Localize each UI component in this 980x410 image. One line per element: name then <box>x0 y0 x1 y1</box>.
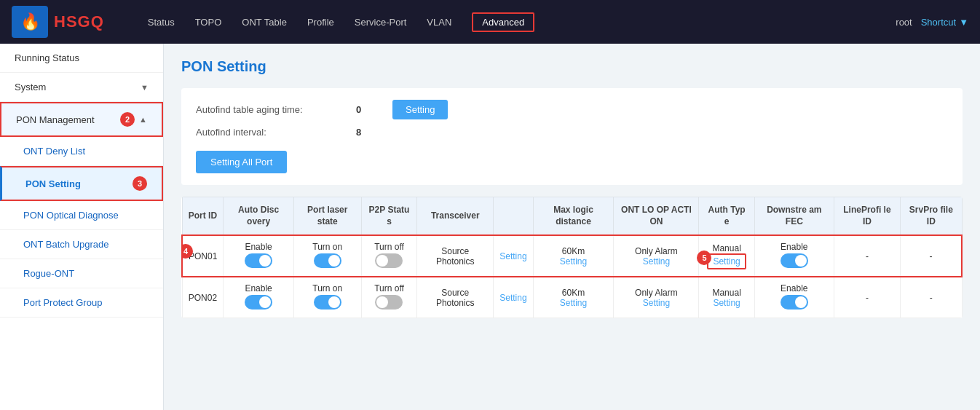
badge-2: 2 <box>120 112 135 127</box>
nav-topo[interactable]: TOPO <box>195 17 222 28</box>
sidebar-item-pon-management[interactable]: PON Management 2 ▲ <box>0 102 163 137</box>
logo-text: HSGQ <box>54 12 104 31</box>
col-auto-disc: Auto Disc overy <box>224 197 293 236</box>
cell-max-dist-pon02: 60Km Setting <box>533 277 614 318</box>
nav-advanced[interactable]: Advanced <box>472 12 534 32</box>
sidebar-item-ont-batch-upgrade[interactable]: ONT Batch Upgrade <box>0 230 163 259</box>
user-label: root <box>896 17 912 28</box>
col-p2p: P2P Statu s <box>361 197 417 236</box>
cell-auth-type: Manual 5 Setting <box>699 235 754 277</box>
transceiver-setting-link-pon01[interactable]: Setting <box>499 251 526 261</box>
col-srv-profile: SrvPro file ID <box>901 197 962 236</box>
col-downstream: Downstre am FEC <box>754 197 834 236</box>
cell-transceiver-pon02: Source Photonics <box>417 277 494 318</box>
chevron-down-icon: ▼ <box>959 17 968 28</box>
chevron-icon-pon: ▲ <box>139 115 147 124</box>
page-title: PON Setting <box>181 58 963 75</box>
table-header-row: Port ID Auto Disc overy Port laser state… <box>182 197 962 236</box>
logo-area: 🔥 HSGQ <box>12 6 104 38</box>
cell-srv-profile-pon02: - <box>901 277 962 318</box>
cell-line-profile: - <box>834 235 900 277</box>
table-row: PON02 Enable Turn on Turn off <box>182 277 962 318</box>
nav-vlan[interactable]: VLAN <box>427 17 451 28</box>
cell-p2p-pon02: Turn off <box>361 277 417 318</box>
cell-transceiver: Source Photonics <box>417 235 494 277</box>
main-content: PON Setting Autofind table aging time: 0… <box>164 44 980 410</box>
autofind-interval-value: 8 <box>356 127 378 138</box>
cell-port-id-pon02: PON02 <box>182 277 224 318</box>
auto-disc-toggle-pon02[interactable] <box>245 295 272 310</box>
sidebar-item-system[interactable]: System ▼ <box>0 73 163 102</box>
layout: Running Status System ▼ PON Management 2… <box>0 44 980 410</box>
cell-port-laser-pon02: Turn on <box>293 277 361 318</box>
cell-srv-profile: - <box>901 235 962 277</box>
sidebar-item-rogue-ont[interactable]: Rogue-ONT <box>0 259 163 288</box>
cell-loop-action-pon02: Only Alarm Setting <box>614 277 699 318</box>
sidebar-item-pon-setting[interactable]: PON Setting 3 <box>0 166 163 201</box>
col-port-id: Port ID <box>182 197 224 236</box>
sidebar-item-port-protect-group[interactable]: Port Protect Group <box>0 288 163 318</box>
autofind-aging-label: Autofind table aging time: <box>196 104 341 115</box>
port-laser-toggle-pon01[interactable] <box>314 253 341 268</box>
cell-max-dist: 60Km Setting <box>533 235 614 277</box>
cell-auth-type-pon02: Manual Setting <box>699 277 754 318</box>
logo-box: 🔥 <box>12 6 48 38</box>
auth-setting-link-pon01[interactable]: 5 Setting <box>707 253 746 269</box>
badge-4: 4 <box>181 244 193 259</box>
autofind-aging-value: 0 <box>356 104 378 115</box>
auto-disc-toggle-pon01[interactable] <box>245 253 272 268</box>
auth-setting-link-pon02[interactable]: Setting <box>705 298 748 308</box>
cell-trans-setting: Setting <box>494 235 533 277</box>
badge-5: 5 <box>697 251 711 265</box>
nav-links: Status TOPO ONT Table Profile Service-Po… <box>148 12 882 32</box>
sidebar-item-ont-deny-list[interactable]: ONT Deny List <box>0 137 163 166</box>
nav-service-port[interactable]: Service-Port <box>355 17 407 28</box>
cell-downstream: Enable <box>754 235 834 277</box>
col-loop-action: ONT LO OP ACTI ON <box>614 197 699 236</box>
logo-icon: 🔥 <box>20 12 40 31</box>
cell-auto-disc: Enable <box>224 235 293 277</box>
p2p-toggle-pon02[interactable] <box>375 295 403 310</box>
nav-status[interactable]: Status <box>148 17 175 28</box>
col-transceiver: Transceiver <box>417 197 494 236</box>
shortcut-button[interactable]: Shortcut ▼ <box>921 17 968 28</box>
downstream-toggle-pon02[interactable] <box>781 295 808 310</box>
sidebar: Running Status System ▼ PON Management 2… <box>0 44 164 410</box>
cell-port-laser: Turn on <box>293 235 361 277</box>
cell-auto-disc-pon02: Enable <box>224 277 293 318</box>
p2p-toggle-pon01[interactable] <box>375 253 403 268</box>
cell-downstream-pon02: Enable <box>754 277 834 318</box>
downstream-toggle-pon01[interactable] <box>781 253 808 268</box>
col-auth-type: Auth Typ e <box>699 197 754 236</box>
cell-line-profile-pon02: - <box>834 277 900 318</box>
header-right: root Shortcut ▼ <box>896 17 968 28</box>
transceiver-setting-link-pon02[interactable]: Setting <box>499 293 526 303</box>
cell-port-id: 4 PON01 <box>182 235 224 277</box>
chevron-icon: ▼ <box>141 83 149 92</box>
sidebar-item-running-status[interactable]: Running Status <box>0 44 163 73</box>
autofind-interval-label: Autofind interval: <box>196 127 341 138</box>
col-port-laser: Port laser state <box>293 197 361 236</box>
nav-ont-table[interactable]: ONT Table <box>242 17 287 28</box>
cell-p2p: Turn off <box>361 235 417 277</box>
max-dist-setting-link-pon01[interactable]: Setting <box>540 256 608 267</box>
cell-loop-action: Only Alarm Setting <box>614 235 699 277</box>
max-dist-setting-link-pon02[interactable]: Setting <box>540 298 608 308</box>
loop-setting-link-pon02[interactable]: Setting <box>620 298 692 308</box>
autofind-aging-row: Autofind table aging time: 0 Setting <box>196 100 948 119</box>
cell-trans-setting-pon02: Setting <box>494 277 533 318</box>
nav-profile[interactable]: Profile <box>307 17 334 28</box>
autofind-interval-row: Autofind interval: 8 <box>196 127 948 138</box>
pon-table: Port ID Auto Disc overy Port laser state… <box>181 197 963 318</box>
badge-3: 3 <box>133 176 147 191</box>
sidebar-item-pon-optical-diagnose[interactable]: PON Optical Diagnose <box>0 201 163 230</box>
setting-all-port-button[interactable]: Setting All Port <box>196 151 287 173</box>
setting-button[interactable]: Setting <box>392 100 448 119</box>
settings-area: Autofind table aging time: 0 Setting Aut… <box>181 88 963 185</box>
loop-setting-link-pon01[interactable]: Setting <box>620 256 692 267</box>
col-line-profile: LineProfi le ID <box>834 197 900 236</box>
header: 🔥 HSGQ Status TOPO ONT Table Profile Ser… <box>0 0 980 44</box>
col-max-dist: Max logic distance <box>533 197 614 236</box>
col-trans-action <box>494 197 533 236</box>
port-laser-toggle-pon02[interactable] <box>314 295 341 310</box>
